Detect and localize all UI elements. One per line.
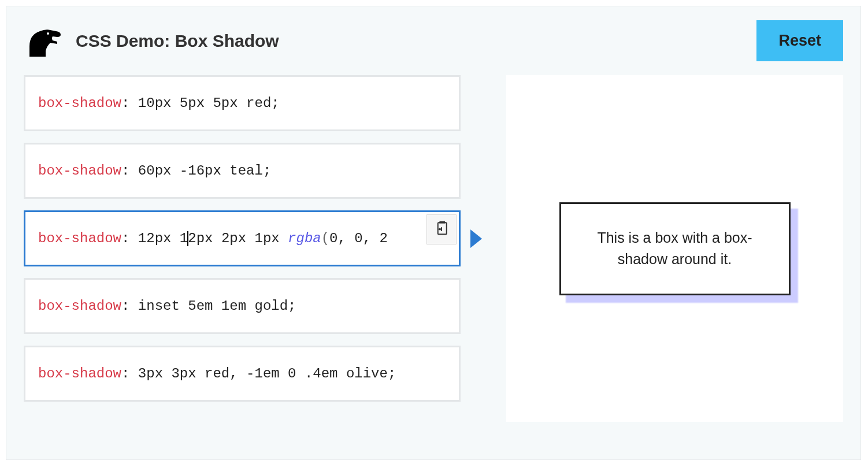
css-property: box-shadow xyxy=(38,231,121,246)
code-row: box-shadow: 60px -16px teal; xyxy=(24,143,483,199)
preview-panel: This is a box with a box-shadow around i… xyxy=(506,75,843,422)
css-property: box-shadow xyxy=(38,298,121,314)
content: box-shadow: 10px 5px 5px red; box-shadow… xyxy=(24,75,843,422)
css-function: rgba xyxy=(288,231,321,246)
css-value: 10px 5px 5px red xyxy=(138,95,271,111)
code-example-1[interactable]: box-shadow: 10px 5px 5px red; xyxy=(24,75,461,131)
css-value: 60px -16px teal xyxy=(138,163,263,179)
code-example-4[interactable]: box-shadow: inset 5em 1em gold; xyxy=(24,278,461,334)
reset-button[interactable]: Reset xyxy=(756,20,843,61)
code-row: box-shadow: inset 5em 1em gold; xyxy=(24,278,483,334)
code-row: box-shadow: 3px 3px red, -1em 0 .4em oli… xyxy=(24,346,483,402)
header: CSS Demo: Box Shadow Reset xyxy=(24,20,843,61)
code-example-2[interactable]: box-shadow: 60px -16px teal; xyxy=(24,143,461,199)
clipboard-icon xyxy=(433,219,450,240)
code-row: box-shadow: 10px 5px 5px red; xyxy=(24,75,483,131)
arrow-slot xyxy=(469,229,483,248)
arrow-right-icon xyxy=(470,229,482,248)
css-property: box-shadow xyxy=(38,366,121,381)
css-property: box-shadow xyxy=(38,95,121,111)
css-property: box-shadow xyxy=(38,163,121,179)
css-value: inset 5em 1em gold xyxy=(138,298,288,314)
css-value-part: 12px 12px 2px 1px xyxy=(138,231,288,246)
text-caret xyxy=(187,231,188,246)
dino-logo xyxy=(24,23,64,59)
header-left: CSS Demo: Box Shadow xyxy=(24,23,279,59)
demo-box: This is a box with a box-shadow around i… xyxy=(559,202,791,295)
code-example-3-selected[interactable]: box-shadow: 12px 12px 2px 1px rgba(0, 0,… xyxy=(24,210,461,266)
page-title: CSS Demo: Box Shadow xyxy=(76,31,279,51)
code-examples-column: box-shadow: 10px 5px 5px red; box-shadow… xyxy=(24,75,483,422)
demo-container: CSS Demo: Box Shadow Reset box-shadow: 1… xyxy=(6,6,861,460)
copy-to-clipboard-button[interactable] xyxy=(426,214,457,244)
code-row: box-shadow: 12px 12px 2px 1px rgba(0, 0,… xyxy=(24,210,483,266)
css-value: 3px 3px red, -1em 0 .4em olive xyxy=(138,366,388,381)
code-example-5[interactable]: box-shadow: 3px 3px red, -1em 0 .4em oli… xyxy=(24,346,461,402)
